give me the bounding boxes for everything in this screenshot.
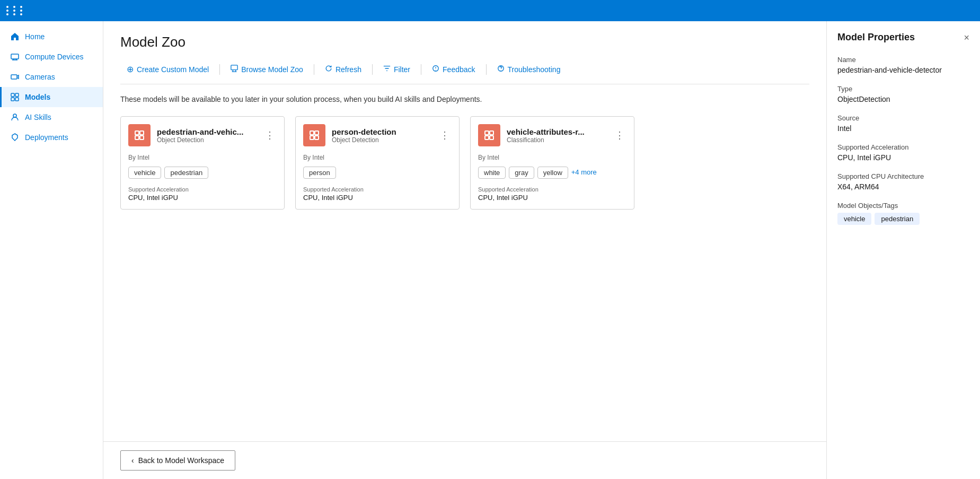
svg-rect-4 [11,98,14,101]
svg-rect-3 [15,93,19,97]
svg-rect-11 [140,131,144,135]
card-1-accel-value: CPU, Intel iGPU [128,194,277,202]
description-text: These models will be available to you la… [120,95,809,103]
panel-value-source: Intel [837,124,969,133]
tag-vehicle-1: vehicle [128,167,161,179]
sidebar-item-deployments[interactable]: Deployments [0,127,103,147]
separator-3 [372,64,373,75]
svg-rect-1 [11,75,17,79]
model-card-1[interactable]: pedestrian-and-vehic... Object Detection… [120,116,285,210]
browse-model-zoo-button[interactable]: Browse Model Zoo [224,62,310,77]
panel-label-type: Type [837,85,969,93]
panel-close-button[interactable]: × [964,33,969,42]
card-1-menu[interactable]: ⋮ [263,127,277,143]
card-2-by: By Intel [303,154,452,161]
svg-rect-2 [11,93,14,97]
panel-label-arch: Supported CPU Architecture [837,172,969,180]
panel-section-tags: Model Objects/Tags vehicle pedestrian [837,202,969,225]
separator-5 [486,64,487,75]
card-1-name: pedestrian-and-vehic... [157,127,257,136]
separator-4 [421,64,421,75]
tag-more-3: +4 more [571,167,597,179]
panel-value-name: pedestrian-and-vehicle-detector [837,66,969,74]
panel-tag-vehicle: vehicle [837,213,871,225]
back-to-workspace-button[interactable]: ‹ Back to Model Workspace [120,450,235,471]
sidebar-item-compute-devices[interactable]: Compute Devices [0,47,103,67]
card-3-name: vehicle-attributes-r... [507,127,606,136]
sidebar-item-ai-skills[interactable]: AI Skills [0,107,103,127]
tag-white-3: white [478,167,506,179]
sidebar-item-cameras[interactable]: Cameras [0,67,103,87]
card-2-accel-value: CPU, Intel iGPU [303,194,452,202]
filter-button[interactable]: Filter [377,62,417,77]
card-3-menu[interactable]: ⋮ [613,127,626,143]
panel-section-arch: Supported CPU Architecture X64, ARM64 [837,172,969,191]
app-grid-icon[interactable] [6,6,25,15]
browse-icon [231,65,238,74]
panel-title: Model Properties [837,32,915,43]
card-2-tags: person [303,167,452,179]
back-chevron-icon: ‹ [131,456,134,465]
tag-pedestrian-1: pedestrian [164,167,208,179]
panel-label-tags: Model Objects/Tags [837,202,969,210]
svg-rect-20 [485,136,489,140]
svg-rect-0 [11,54,19,59]
svg-rect-7 [231,65,237,70]
tag-yellow-3: yellow [537,167,568,179]
help-icon [497,65,505,74]
svg-rect-14 [310,131,314,135]
deploy-icon [10,133,20,142]
separator-2 [314,64,314,75]
svg-rect-13 [140,136,144,140]
main-content: Model Zoo ⊕ Create Custom Model Browse M… [103,21,826,441]
svg-rect-12 [135,136,139,140]
panel-label-accel: Supported Acceleration [837,143,969,151]
svg-rect-10 [135,131,139,135]
skills-icon [10,112,20,122]
sidebar-item-models[interactable]: Models [0,87,103,107]
card-1-accel-label: Supported Acceleration [128,186,277,193]
panel-value-type: ObjectDetection [837,95,969,103]
svg-rect-17 [315,136,319,140]
card-3-accel-value: CPU, Intel iGPU [478,194,626,202]
card-1-by: By Intel [128,154,277,161]
tag-gray-3: gray [509,167,534,179]
toolbar: ⊕ Create Custom Model Browse Model Zoo R… [120,61,809,84]
panel-value-arch: X64, ARM64 [837,182,969,191]
panel-section-source: Source Intel [837,114,969,133]
refresh-icon [325,65,332,74]
panel-label-source: Source [837,114,969,122]
card-2-name: person-detection [332,127,431,136]
tag-person-2: person [303,167,336,179]
card-3-tags: white gray yellow +4 more [478,167,626,179]
page-title: Model Zoo [120,34,809,50]
svg-point-6 [13,114,16,117]
card-1-tags: vehicle pedestrian [128,167,277,179]
feedback-button[interactable]: Feedback [426,62,481,77]
panel-section-name: Name pedestrian-and-vehicle-detector [837,56,969,74]
properties-panel: Model Properties × Name pedestrian-and-v… [826,21,980,479]
panel-value-accel: CPU, Intel iGPU [837,153,969,162]
svg-rect-21 [490,136,493,140]
card-2-accel-label: Supported Acceleration [303,186,452,193]
camera-icon [10,72,20,82]
feedback-icon [432,65,439,74]
card-icon-3 [478,124,500,146]
cards-container: pedestrian-and-vehic... Object Detection… [120,116,809,210]
panel-tag-pedestrian: pedestrian [875,213,920,225]
svg-rect-18 [485,131,489,135]
card-2-menu[interactable]: ⋮ [438,127,452,143]
panel-tags-container: vehicle pedestrian [837,213,969,225]
sidebar-item-home[interactable]: Home [0,27,103,47]
model-card-3[interactable]: vehicle-attributes-r... Classification ⋮… [470,116,634,210]
card-3-accel-label: Supported Acceleration [478,186,626,193]
troubleshooting-button[interactable]: Troubleshooting [491,62,567,77]
panel-section-type: Type ObjectDetection [837,85,969,103]
card-3-type: Classification [507,136,606,144]
refresh-button[interactable]: Refresh [319,62,368,77]
svg-rect-15 [315,131,319,135]
create-custom-model-button[interactable]: ⊕ Create Custom Model [120,61,215,77]
model-card-2[interactable]: person-detection Object Detection ⋮ By I… [295,116,460,210]
filter-icon [383,65,391,74]
home-icon [10,32,20,41]
